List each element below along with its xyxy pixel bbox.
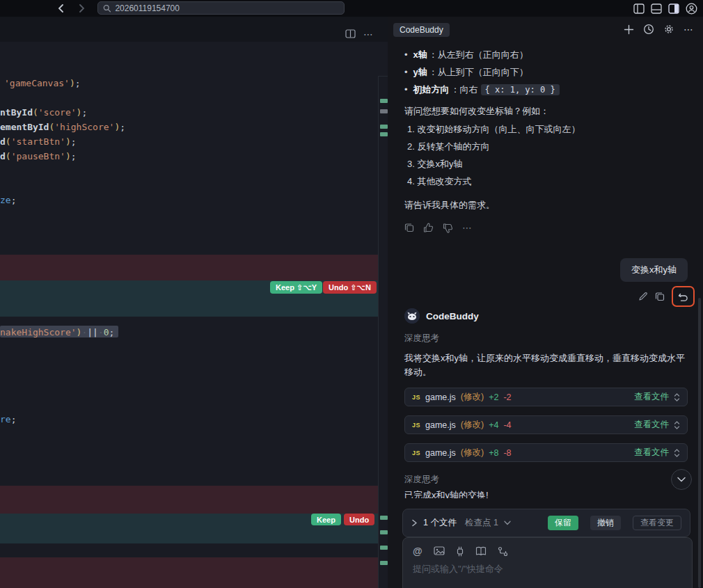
- view-file-link[interactable]: 查看文件: [634, 391, 669, 403]
- chat-composer[interactable]: @: [402, 537, 693, 588]
- undo-retry-icon[interactable]: [678, 292, 688, 301]
- retain-button[interactable]: 保留: [548, 516, 578, 530]
- assistant-name: CodeBuddy: [426, 311, 479, 321]
- ruler-diff-mark: [380, 516, 388, 520]
- tab-codebuddy[interactable]: CodeBuddy: [393, 23, 450, 37]
- expand-collapse-icon[interactable]: [674, 421, 680, 429]
- undo-change-button-2[interactable]: Undo: [344, 514, 374, 525]
- assistant-bullet-list: •x轴：从左到右（正向向右）•y轴：从上到下（正向向下）•初始方向：向右 { x…: [404, 46, 688, 98]
- deep-thinking-label[interactable]: 深度思考: [404, 333, 688, 344]
- split-editor-icon[interactable]: [345, 29, 356, 38]
- editor-body[interactable]: Keep ⇧⌥Y Undo ⇧⌥N Keep Undo 'gameCanvas'…: [0, 42, 388, 588]
- image-icon[interactable]: [434, 546, 445, 556]
- option-item: 3. 交换x和y轴: [404, 155, 688, 173]
- settings-gear-icon[interactable]: [663, 24, 674, 35]
- copy-icon[interactable]: [404, 223, 414, 232]
- copy-icon[interactable]: [655, 292, 665, 301]
- code-line: nakeHighScore')·||·0;: [0, 326, 118, 337]
- keep-change-button[interactable]: Keep ⇧⌥Y: [270, 281, 322, 294]
- checkpoint-files-count: 1 个文件: [423, 517, 457, 529]
- user-message-actions: [404, 286, 688, 307]
- bullet-item: •x轴：从左到右（正向向右）: [404, 46, 688, 63]
- history-icon[interactable]: [643, 24, 654, 35]
- assistant-body-text: 我将交换x和y轴，让原来的水平移动变成垂直移动，垂直移动变成水平移动。: [404, 351, 688, 379]
- codebuddy-avatar: [404, 308, 420, 324]
- new-chat-icon[interactable]: [624, 24, 634, 35]
- undo-change-button[interactable]: Undo ⇧⌥N: [323, 281, 377, 294]
- expand-collapse-icon[interactable]: [674, 449, 680, 457]
- panel-bottom-icon[interactable]: [651, 3, 662, 14]
- assistant-done-text: 已完成x和y轴的交换!: [404, 490, 688, 498]
- assistant-header: CodeBuddy: [404, 308, 688, 324]
- search-input[interactable]: [115, 3, 339, 13]
- caret-down-icon[interactable]: [504, 521, 511, 525]
- assistant-closing: 请告诉我具体的需求。: [404, 199, 688, 212]
- code-line: d('startBtn');: [0, 136, 77, 148]
- workflow-icon[interactable]: [498, 546, 508, 557]
- file-change-card[interactable]: JSgame.js(修改)+4-4查看文件: [404, 415, 688, 434]
- scroll-to-bottom-button[interactable]: [671, 469, 692, 490]
- search-box[interactable]: [97, 1, 345, 15]
- view-file-link[interactable]: 查看文件: [634, 419, 669, 431]
- chat-more-icon[interactable]: ⋯: [684, 26, 694, 33]
- panel-right-icon-active[interactable]: [668, 3, 679, 14]
- bullet-item: •y轴：从上到下（正向向下）: [404, 63, 688, 81]
- user-message-bubble: 变换x和y轴: [620, 258, 688, 282]
- ruler-diff-mark: [380, 132, 388, 136]
- code-line: 'gameCanvas');: [4, 77, 81, 89]
- thumbs-up-icon[interactable]: [423, 223, 434, 233]
- ruler-diff-mark: [380, 99, 388, 103]
- file-name: game.js: [425, 420, 456, 430]
- deep-thinking-label-2[interactable]: 深度思考: [404, 474, 439, 485]
- keep-change-button-2[interactable]: Keep: [311, 514, 341, 525]
- revoke-button[interactable]: 撤销: [590, 516, 621, 530]
- composer-toolbar: @: [413, 546, 682, 557]
- expand-chevron-icon[interactable]: [411, 519, 418, 527]
- message-more-icon[interactable]: ⋯: [462, 224, 473, 231]
- ruler-diff-mark: [380, 561, 388, 565]
- option-item: 2. 反转某个轴的方向: [404, 138, 688, 155]
- diff-removed-block: [0, 486, 378, 514]
- file-change-card[interactable]: JSgame.js(修改)+2-2查看文件: [404, 388, 688, 406]
- code-line: d('pauseBtn');: [0, 150, 77, 162]
- thumbs-down-icon[interactable]: [443, 223, 453, 233]
- message-actions: ⋯: [404, 222, 688, 233]
- expand-collapse-icon[interactable]: [674, 393, 680, 402]
- lines-removed: -8: [503, 448, 511, 458]
- code-line: re;: [0, 413, 16, 425]
- file-change-card[interactable]: JSgame.js(修改)+8-8查看文件: [404, 443, 688, 462]
- code-line: ementById('highScore');: [0, 121, 125, 133]
- diff-removed-block: [0, 255, 378, 280]
- code-line: ze;: [0, 194, 16, 206]
- checkpoint-label[interactable]: 检查点 1: [465, 517, 498, 529]
- panel-left-icon[interactable]: [633, 3, 645, 14]
- overview-ruler: [378, 76, 388, 588]
- chat-messages: •x轴：从左到右（正向向右）•y轴：从上到下（正向向下）•初始方向：向右 { x…: [388, 42, 703, 498]
- forward-button[interactable]: [74, 1, 89, 16]
- lines-added: +8: [489, 448, 498, 458]
- view-file-link[interactable]: 查看文件: [634, 447, 669, 459]
- chat-panel: CodeBuddy ⋯ •x轴：从左到右（正向向右）•y轴：从上到下（正向向下）…: [388, 17, 703, 588]
- js-file-icon: JS: [412, 394, 420, 401]
- ruler-diff-mark: [380, 546, 388, 550]
- ruler-diff-mark: [380, 125, 388, 129]
- view-changes-button[interactable]: 查看变更: [633, 516, 681, 530]
- chat-input[interactable]: [413, 564, 682, 574]
- chat-scrollbar[interactable]: [698, 298, 701, 588]
- js-file-icon: JS: [412, 422, 420, 429]
- edit-pencil-icon[interactable]: [638, 292, 648, 301]
- titlebar: [0, 0, 703, 17]
- plugin-icon[interactable]: [456, 546, 464, 557]
- chevron-down-icon: [677, 477, 686, 482]
- mention-at-icon[interactable]: @: [413, 546, 422, 557]
- titlebar-icons: [633, 0, 697, 17]
- annotation-highlight-box: [672, 286, 695, 307]
- editor-more-icon[interactable]: ⋯: [363, 31, 374, 38]
- back-button[interactable]: [53, 1, 68, 16]
- lines-added: +4: [489, 420, 498, 430]
- chevron-right-icon: [79, 4, 85, 13]
- account-icon[interactable]: [686, 3, 697, 15]
- option-item: 1. 改变初始移动方向（向上、向下或向左）: [404, 120, 688, 138]
- book-icon[interactable]: [475, 546, 487, 556]
- file-name: game.js: [425, 448, 456, 458]
